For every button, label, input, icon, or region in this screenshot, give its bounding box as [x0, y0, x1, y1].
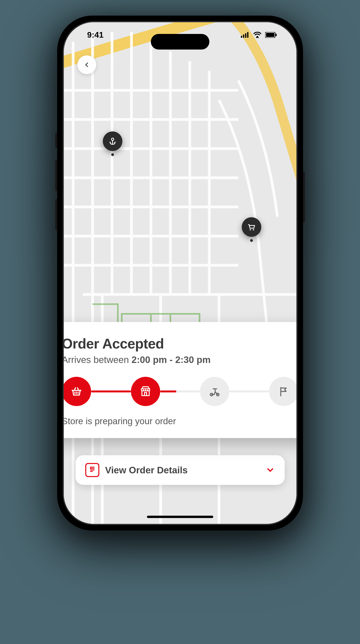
svg-rect-8 [275, 34, 276, 36]
status-time: 9:41 [87, 30, 104, 40]
order-arrival-text: Arrives between 2:00 pm - 2:30 pm [64, 354, 296, 365]
svg-rect-2 [243, 34, 244, 38]
svg-point-5 [257, 36, 258, 38]
svg-rect-3 [245, 33, 246, 38]
receipt-icon [85, 463, 99, 477]
svg-rect-4 [247, 32, 248, 38]
view-order-details-button[interactable]: View Order Details [76, 455, 285, 485]
progress-step-complete [269, 377, 296, 406]
map-pin-destination[interactable] [242, 217, 261, 237]
progress-connector-3 [229, 390, 269, 392]
order-status-card: Order Accepted Arrives between 2:00 pm -… [64, 322, 296, 438]
svg-point-12 [72, 390, 73, 391]
svg-rect-7 [266, 33, 274, 37]
progress-step-delivery [200, 377, 229, 406]
order-status-title: Order Accepted [64, 336, 296, 352]
anchor-pin-icon [108, 136, 117, 146]
wifi-icon [253, 32, 262, 38]
map-view[interactable] [64, 22, 296, 524]
order-status-message: Store is preparing your order [64, 416, 296, 426]
svg-rect-1 [241, 36, 242, 38]
map-roads [64, 22, 296, 524]
order-progress-bar [64, 377, 296, 406]
progress-connector-2 [160, 390, 200, 392]
chevron-down-icon [266, 465, 275, 475]
svg-point-11 [253, 229, 254, 230]
svg-point-10 [250, 229, 251, 230]
progress-step-store [131, 377, 160, 406]
store-icon [139, 385, 152, 398]
cart-icon [247, 222, 256, 232]
svg-point-13 [80, 390, 81, 391]
cellular-icon [241, 32, 250, 38]
flag-icon [278, 386, 289, 397]
basket-icon [70, 385, 83, 398]
map-pin-origin[interactable] [103, 132, 122, 151]
chevron-left-icon [84, 62, 90, 68]
back-button[interactable] [78, 56, 96, 74]
progress-step-basket [64, 377, 91, 406]
battery-icon [265, 32, 277, 38]
view-order-details-label: View Order Details [105, 465, 260, 476]
progress-connector-1 [91, 390, 131, 392]
phone-frame: 9:41 [57, 16, 303, 530]
home-indicator[interactable] [147, 516, 213, 518]
scooter-icon [208, 385, 221, 398]
dynamic-island [151, 34, 209, 50]
